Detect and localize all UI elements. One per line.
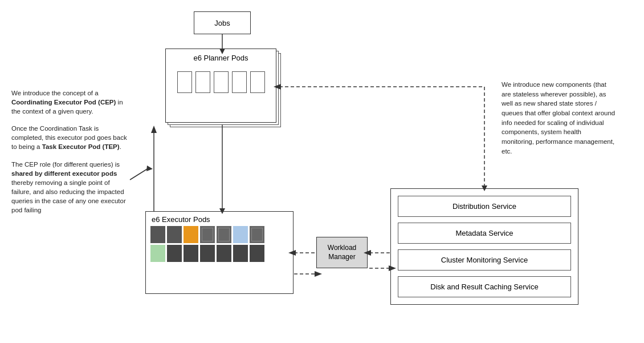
planner-label: e6 Planner Pods bbox=[166, 49, 276, 62]
pod-green bbox=[150, 245, 165, 262]
pod-s1 bbox=[200, 226, 215, 243]
planner-cells bbox=[166, 71, 276, 93]
pod-blue bbox=[233, 226, 248, 243]
service-cluster-monitoring: Cluster Monitoring Service bbox=[398, 249, 571, 271]
svg-line-6 bbox=[130, 168, 148, 180]
pod-s3 bbox=[250, 226, 264, 243]
pod-dk5 bbox=[233, 245, 248, 262]
pod-dk6 bbox=[250, 245, 264, 262]
right-description: We introduce new components (that are st… bbox=[502, 80, 616, 156]
executor-pod-row-2 bbox=[146, 245, 293, 262]
jobs-label: Jobs bbox=[214, 19, 230, 27]
pod-s2 bbox=[217, 226, 231, 243]
diagram: We introduce the concept of a Coordinati… bbox=[0, 0, 644, 343]
services-box: Distribution Service Metadata Service Cl… bbox=[390, 188, 578, 305]
executor-pod-row-1 bbox=[146, 226, 293, 243]
planner-cell-4 bbox=[232, 71, 247, 93]
planner-cell-5 bbox=[250, 71, 265, 93]
left-para-1: We introduce the concept of a Coordinati… bbox=[11, 88, 131, 116]
planner-cell-3 bbox=[214, 71, 229, 93]
service-distribution: Distribution Service bbox=[398, 196, 571, 217]
svg-marker-15 bbox=[315, 271, 322, 277]
planner-front: e6 Planner Pods bbox=[165, 49, 276, 123]
pod-d1 bbox=[150, 226, 165, 243]
jobs-box: Jobs bbox=[194, 11, 251, 34]
left-description: We introduce the concept of a Coordinati… bbox=[11, 88, 131, 223]
planner-cell-1 bbox=[177, 71, 192, 93]
executor-pods-box: e6 Executor Pods bbox=[145, 211, 294, 294]
pod-dk1 bbox=[167, 245, 182, 262]
left-para-3: The CEP role (for different queries) is … bbox=[11, 160, 131, 215]
service-metadata: Metadata Service bbox=[398, 223, 571, 244]
pod-dk4 bbox=[217, 245, 231, 262]
service-disk-caching: Disk and Result Caching Service bbox=[398, 276, 571, 297]
workload-label: WorkloadManager bbox=[328, 244, 356, 261]
left-para-2: Once the Coordination Task is completed,… bbox=[11, 124, 131, 151]
svg-marker-5 bbox=[151, 126, 157, 133]
pod-orange bbox=[184, 226, 198, 243]
workload-manager-box: WorkloadManager bbox=[316, 237, 368, 268]
pod-dk2 bbox=[184, 245, 198, 262]
planner-cell-2 bbox=[195, 71, 210, 93]
svg-marker-7 bbox=[146, 166, 153, 171]
pod-dk3 bbox=[200, 245, 215, 262]
executor-label: e6 Executor Pods bbox=[146, 212, 293, 226]
pod-d2 bbox=[167, 226, 182, 243]
